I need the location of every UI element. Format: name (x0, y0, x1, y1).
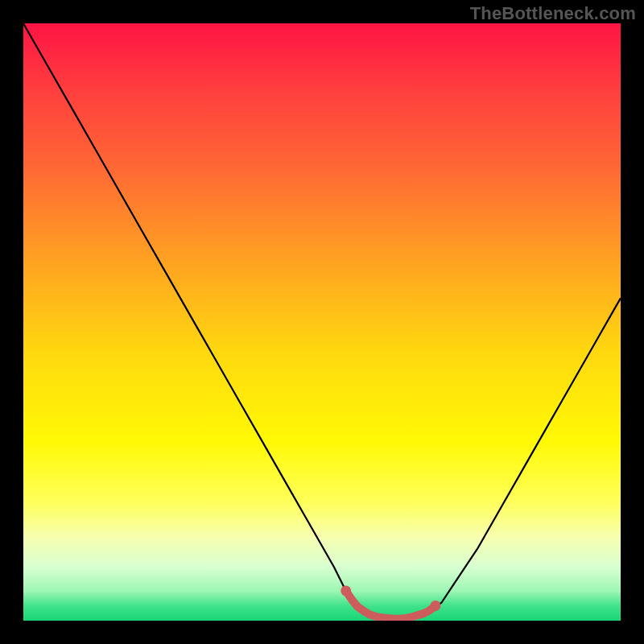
chart-svg (23, 23, 621, 621)
plot-frame (23, 23, 621, 621)
chart-background (23, 23, 621, 621)
sweet-spot-endpoint (430, 601, 440, 611)
watermark-text: TheBottleneck.com (470, 3, 636, 24)
chart-container: TheBottleneck.com (0, 0, 644, 644)
sweet-spot-endpoint (341, 585, 351, 596)
